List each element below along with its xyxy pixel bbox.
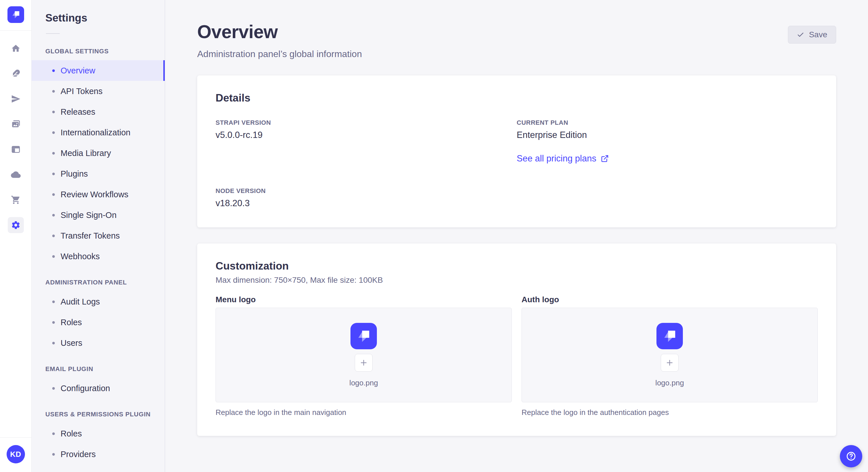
add-menu-logo-button[interactable] (355, 354, 373, 372)
save-button[interactable]: Save (788, 26, 836, 43)
subnav-title: Settings (32, 0, 165, 24)
pricing-plans-link[interactable]: See all pricing plans (517, 154, 609, 164)
rail-bottom: KD (0, 437, 31, 472)
section-label: ADMINISTRATION PANEL (32, 267, 165, 291)
node-version-field: NODE VERSION v18.20.3 (216, 187, 517, 208)
sidebar-item-users[interactable]: Users (32, 333, 165, 353)
sidebar-item-review-workflows[interactable]: Review Workflows (32, 184, 165, 205)
field-value: v18.20.3 (216, 198, 517, 208)
sidebar-item-audit-logs[interactable]: Audit Logs (32, 291, 165, 312)
check-icon (797, 31, 804, 38)
auth-logo-hint: Replace the logo in the authentication p… (522, 408, 818, 417)
sidebar-item-label: Audit Logs (61, 297, 100, 307)
plus-icon (665, 359, 674, 367)
settings-gear-icon[interactable] (8, 217, 24, 233)
add-auth-logo-button[interactable] (661, 354, 679, 372)
menu-logo-label: Menu logo (216, 295, 512, 304)
sidebar-item-label: Transfer Tokens (61, 231, 120, 241)
bullet-icon (52, 193, 55, 196)
menu-logo-hint: Replace the logo in the main navigation (216, 408, 512, 417)
sidebar-item-label: Providers (61, 450, 96, 459)
help-button[interactable] (840, 445, 862, 467)
save-button-label: Save (809, 30, 827, 39)
layout-icon[interactable] (8, 141, 24, 158)
details-fields: STRAPI VERSION v5.0.0-rc.19 CURRENT PLAN… (216, 119, 818, 208)
subnav-title-divider (46, 33, 60, 34)
sidebar-item-api-tokens[interactable]: API Tokens (32, 81, 165, 102)
bullet-icon (52, 255, 55, 258)
sidebar-item-plugins[interactable]: Plugins (32, 164, 165, 184)
strapi-version-field: STRAPI VERSION v5.0.0-rc.19 (216, 119, 517, 164)
sidebar-item-overview[interactable]: Overview (32, 60, 165, 81)
rail-nav (8, 40, 24, 233)
home-icon[interactable] (8, 40, 24, 57)
sidebar-item-label: Single Sign-On (61, 210, 117, 220)
bullet-icon (52, 173, 55, 175)
strapi-mark-icon (7, 6, 24, 23)
bullet-icon (52, 432, 55, 435)
auth-logo-dropzone[interactable]: logo.png (522, 308, 818, 402)
sidebar-item-webhooks[interactable]: Webhooks (32, 246, 165, 267)
auth-logo-preview (656, 323, 683, 349)
main-content: Overview Administration panel’s global i… (165, 0, 868, 472)
user-avatar[interactable]: KD (7, 445, 25, 463)
bullet-icon (52, 214, 55, 216)
sidebar-item-media-library[interactable]: Media Library (32, 143, 165, 164)
sidebar-item-label: Users (61, 338, 82, 348)
field-label: CURRENT PLAN (517, 119, 818, 127)
field-value: v5.0.0-rc.19 (216, 130, 517, 140)
bullet-icon (52, 342, 55, 344)
app-root: KD Settings GLOBAL SETTINGSOverviewAPI T… (0, 0, 868, 472)
bullet-icon (52, 131, 55, 134)
sidebar-item-label: API Tokens (61, 87, 102, 96)
sidebar-item-label: Configuration (61, 384, 110, 393)
bullet-icon (52, 69, 55, 72)
settings-subnav: Settings GLOBAL SETTINGSOverviewAPI Toke… (32, 0, 165, 472)
bullet-icon (52, 301, 55, 303)
sidebar-item-transfer-tokens[interactable]: Transfer Tokens (32, 225, 165, 246)
nav-rail: KD (0, 0, 32, 472)
sidebar-item-providers[interactable]: Providers (32, 444, 165, 465)
auth-logo-label: Auth logo (522, 295, 818, 304)
details-card: Details STRAPI VERSION v5.0.0-rc.19 CURR… (197, 75, 836, 227)
menu-logo-preview (350, 323, 377, 349)
menu-logo-filename: logo.png (349, 378, 378, 387)
page-header: Overview Administration panel’s global i… (197, 21, 836, 59)
page-subtitle: Administration panel’s global informatio… (197, 49, 362, 59)
bullet-icon (52, 90, 55, 93)
sidebar-item-label: Overview (61, 66, 95, 75)
auth-logo-column: Auth logo logo.png (522, 295, 818, 417)
menu-logo-dropzone[interactable]: logo.png (216, 308, 512, 402)
sidebar-item-label: Roles (61, 318, 82, 327)
feather-icon[interactable] (8, 66, 24, 82)
section-label: GLOBAL SETTINGS (32, 36, 165, 60)
bullet-icon (52, 152, 55, 155)
sidebar-item-single-sign-on[interactable]: Single Sign-On (32, 205, 165, 225)
sidebar-item-internationalization[interactable]: Internationalization (32, 122, 165, 143)
bullet-icon (52, 235, 55, 237)
current-plan-field: CURRENT PLAN Enterprise Edition See all … (517, 119, 818, 164)
sidebar-item-label: Review Workflows (61, 190, 128, 199)
bullet-icon (52, 321, 55, 324)
bullet-icon (52, 387, 55, 390)
cloud-icon[interactable] (8, 167, 24, 183)
customization-card-title: Customization (216, 260, 818, 272)
external-link-icon (601, 155, 609, 163)
section-label: EMAIL PLUGIN (32, 353, 165, 378)
sidebar-item-releases[interactable]: Releases (32, 102, 165, 122)
customization-card-subtitle: Max dimension: 750×750, Max file size: 1… (216, 276, 818, 285)
page-title-block: Overview Administration panel’s global i… (197, 21, 362, 59)
field-label: STRAPI VERSION (216, 119, 517, 127)
images-icon[interactable] (8, 116, 24, 132)
subnav-sections: GLOBAL SETTINGSOverviewAPI TokensRelease… (32, 36, 165, 465)
sidebar-item-label: Roles (61, 429, 82, 438)
sidebar-item-configuration[interactable]: Configuration (32, 378, 165, 399)
field-label: NODE VERSION (216, 187, 517, 195)
rail-logo-section (0, 0, 31, 31)
sidebar-item-roles[interactable]: Roles (32, 312, 165, 333)
sidebar-item-roles[interactable]: Roles (32, 423, 165, 444)
strapi-logo[interactable] (7, 6, 24, 23)
paper-plane-icon[interactable] (8, 91, 24, 107)
cart-icon[interactable] (8, 192, 24, 208)
details-card-title: Details (216, 92, 818, 104)
